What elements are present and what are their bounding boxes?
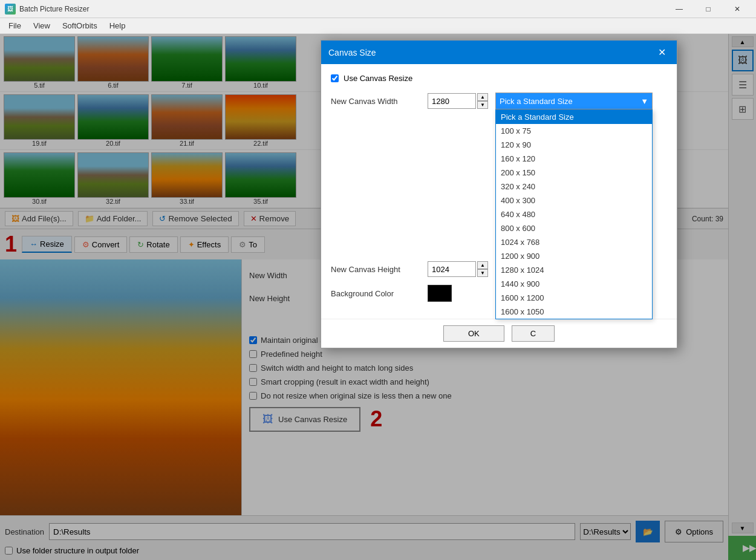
modal-width-input[interactable]	[428, 93, 476, 109]
dropdown-item-12[interactable]: 1440 x 900	[496, 277, 652, 291]
modal-height-input-group: ▲ ▼	[428, 261, 488, 277]
modal-use-canvas-label: Use Canvas Resize	[344, 74, 412, 83]
modal-overlay: Canvas Size ✕ Use Canvas Resize New Canv…	[0, 34, 756, 560]
dropdown-item-8[interactable]: 800 x 600	[496, 221, 652, 235]
width-spin-up[interactable]: ▲	[477, 93, 488, 101]
width-spin-down[interactable]: ▼	[477, 101, 488, 109]
main-content: 5.tif 6.tif 7.tif 10.tif 19.tif 20	[0, 34, 756, 560]
dropdown-item-13[interactable]: 1600 x 1200	[496, 291, 652, 305]
dropdown-item-1[interactable]: 100 x 75	[496, 124, 652, 138]
modal-use-canvas-row: Use Canvas Resize	[331, 74, 667, 83]
dropdown-item-5[interactable]: 320 x 240	[496, 180, 652, 194]
modal-bgcolor-label: Background Color	[331, 289, 428, 298]
dropdown-item-7[interactable]: 640 x 480	[496, 207, 652, 221]
dropdown-item-0[interactable]: Pick a Standard Size	[496, 110, 652, 124]
width-spinner: ▲ ▼	[477, 93, 488, 109]
modal-width-label: New Canvas Width	[331, 97, 428, 106]
height-spin-up[interactable]: ▲	[477, 261, 488, 269]
dropdown-item-9[interactable]: 1024 x 768	[496, 235, 652, 249]
dropdown-item-2[interactable]: 120 x 90	[496, 138, 652, 152]
canvas-size-modal: Canvas Size ✕ Use Canvas Resize New Canv…	[321, 40, 677, 348]
modal-body: Use Canvas Resize New Canvas Width ▲ ▼	[321, 64, 677, 319]
background-color-swatch[interactable]	[428, 285, 452, 302]
minimize-button[interactable]: —	[665, 0, 693, 18]
height-spinner: ▲ ▼	[477, 261, 488, 277]
app-title: Batch Picture Resizer	[19, 5, 665, 13]
modal-height-input[interactable]	[428, 261, 476, 277]
modal-header: Canvas Size ✕	[321, 41, 677, 64]
dropdown-item-3[interactable]: 160 x 120	[496, 152, 652, 166]
modal-footer: OK C	[321, 319, 677, 348]
dropdown-item-4[interactable]: 200 x 150	[496, 166, 652, 180]
height-spin-down[interactable]: ▼	[477, 269, 488, 277]
modal-ok-button[interactable]: OK	[443, 325, 504, 342]
standard-size-dropdown: Pick a Standard Size ▼ Pick a Standard S…	[495, 93, 653, 109]
title-controls: — □ ✕	[665, 0, 751, 18]
modal-title: Canvas Size	[328, 48, 376, 57]
menu-file[interactable]: File	[2, 20, 27, 31]
dropdown-item-6[interactable]: 400 x 300	[496, 194, 652, 207]
dropdown-arrow-icon: ▼	[640, 97, 648, 106]
menu-bar: File View SoftOrbits Help	[0, 18, 756, 34]
dropdown-item-10[interactable]: 1200 x 900	[496, 249, 652, 263]
dropdown-selected-label: Pick a Standard Size	[500, 97, 573, 106]
modal-width-row: New Canvas Width ▲ ▼ Pick a Standard Siz…	[331, 93, 667, 109]
title-bar: 🖼 Batch Picture Resizer — □ ✕	[0, 0, 756, 18]
menu-softorbits[interactable]: SoftOrbits	[56, 20, 103, 31]
menu-view[interactable]: View	[27, 20, 56, 31]
close-button[interactable]: ✕	[723, 0, 751, 18]
dropdown-item-11[interactable]: 1280 x 1024	[496, 263, 652, 277]
modal-use-canvas-checkbox[interactable]	[331, 74, 339, 82]
modal-width-input-group: ▲ ▼	[428, 93, 488, 109]
modal-close-button[interactable]: ✕	[654, 45, 670, 59]
modal-cancel-button[interactable]: C	[512, 325, 555, 342]
dropdown-header[interactable]: Pick a Standard Size ▼	[495, 93, 653, 109]
menu-help[interactable]: Help	[103, 20, 132, 31]
maximize-button[interactable]: □	[694, 0, 722, 18]
dropdown-list: Pick a Standard Size 100 x 75 120 x 90 1…	[495, 109, 653, 319]
app-icon: 🖼	[5, 4, 16, 15]
dropdown-item-14[interactable]: 1600 x 1050	[496, 305, 652, 319]
modal-height-label: New Canvas Height	[331, 265, 428, 274]
